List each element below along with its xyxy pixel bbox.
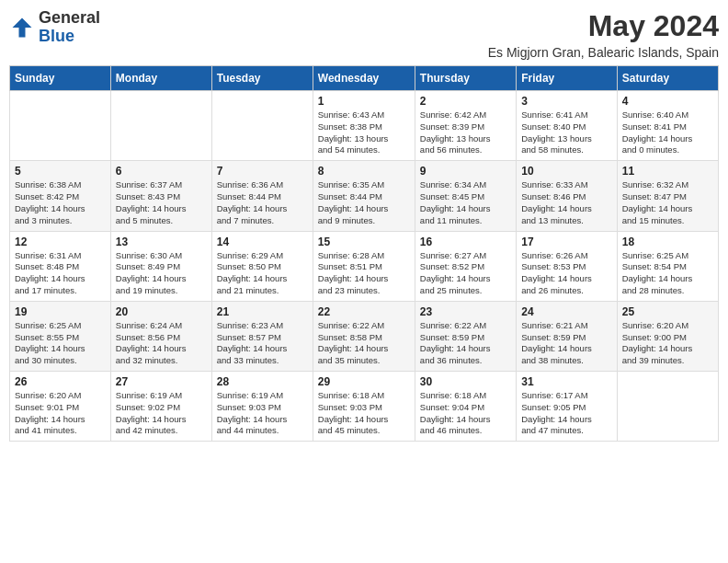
column-header-sunday: Sunday — [10, 66, 111, 91]
day-number: 16 — [420, 236, 511, 248]
day-number: 6 — [116, 165, 207, 178]
day-info: Sunrise: 6:37 AM Sunset: 8:43 PM Dayligh… — [116, 179, 207, 226]
calendar-cell: 6Sunrise: 6:37 AM Sunset: 8:43 PM Daylig… — [110, 161, 211, 231]
day-number: 24 — [521, 305, 611, 318]
calendar-cell: 24Sunrise: 6:21 AM Sunset: 8:59 PM Dayli… — [517, 301, 617, 371]
day-number: 12 — [15, 236, 106, 248]
day-info: Sunrise: 6:25 AM Sunset: 8:54 PM Dayligh… — [622, 250, 713, 297]
week-row-5: 26Sunrise: 6:20 AM Sunset: 9:01 PM Dayli… — [10, 372, 719, 442]
calendar-cell: 13Sunrise: 6:30 AM Sunset: 8:49 PM Dayli… — [110, 231, 211, 301]
calendar-cell: 9Sunrise: 6:34 AM Sunset: 8:45 PM Daylig… — [415, 161, 516, 231]
day-info: Sunrise: 6:22 AM Sunset: 8:59 PM Dayligh… — [420, 320, 511, 367]
logo: General Blue — [9, 9, 100, 46]
logo-general: General — [39, 9, 100, 28]
column-header-friday: Friday — [517, 66, 617, 91]
calendar-cell: 27Sunrise: 6:19 AM Sunset: 9:02 PM Dayli… — [110, 372, 211, 442]
day-number: 13 — [116, 236, 207, 248]
day-number: 27 — [116, 375, 207, 388]
day-info: Sunrise: 6:18 AM Sunset: 9:04 PM Dayligh… — [420, 390, 511, 437]
calendar-cell: 10Sunrise: 6:33 AM Sunset: 8:46 PM Dayli… — [517, 161, 617, 231]
day-number: 5 — [15, 165, 106, 178]
page-header: General Blue May 2024 Es Migjorn Gran, B… — [9, 9, 719, 60]
day-info: Sunrise: 6:28 AM Sunset: 8:51 PM Dayligh… — [318, 250, 410, 297]
day-info: Sunrise: 6:21 AM Sunset: 8:59 PM Dayligh… — [521, 320, 611, 367]
day-info: Sunrise: 6:20 AM Sunset: 9:00 PM Dayligh… — [622, 320, 713, 367]
calendar-cell: 8Sunrise: 6:35 AM Sunset: 8:44 PM Daylig… — [313, 161, 415, 231]
svg-marker-0 — [13, 17, 32, 37]
day-number: 28 — [217, 375, 308, 388]
week-row-2: 5Sunrise: 6:38 AM Sunset: 8:42 PM Daylig… — [10, 161, 719, 231]
location-title: Es Migjorn Gran, Balearic Islands, Spain — [488, 45, 719, 60]
day-number: 4 — [622, 95, 713, 108]
day-number: 22 — [318, 305, 410, 318]
day-info: Sunrise: 6:25 AM Sunset: 8:55 PM Dayligh… — [15, 320, 106, 367]
column-header-tuesday: Tuesday — [211, 66, 313, 91]
column-header-saturday: Saturday — [617, 66, 718, 91]
day-info: Sunrise: 6:36 AM Sunset: 8:44 PM Dayligh… — [217, 179, 308, 226]
day-number: 18 — [622, 236, 713, 248]
calendar-cell: 19Sunrise: 6:25 AM Sunset: 8:55 PM Dayli… — [10, 301, 111, 371]
calendar-cell — [110, 91, 211, 161]
week-row-3: 12Sunrise: 6:31 AM Sunset: 8:48 PM Dayli… — [10, 231, 719, 301]
calendar-cell: 14Sunrise: 6:29 AM Sunset: 8:50 PM Dayli… — [211, 231, 313, 301]
calendar-cell — [10, 91, 111, 161]
calendar-cell: 28Sunrise: 6:19 AM Sunset: 9:03 PM Dayli… — [211, 372, 313, 442]
day-info: Sunrise: 6:42 AM Sunset: 8:39 PM Dayligh… — [420, 109, 511, 156]
calendar-cell: 3Sunrise: 6:41 AM Sunset: 8:40 PM Daylig… — [517, 91, 617, 161]
day-info: Sunrise: 6:34 AM Sunset: 8:45 PM Dayligh… — [420, 179, 511, 226]
day-info: Sunrise: 6:31 AM Sunset: 8:48 PM Dayligh… — [15, 250, 106, 297]
calendar-cell: 22Sunrise: 6:22 AM Sunset: 8:58 PM Dayli… — [313, 301, 415, 371]
day-info: Sunrise: 6:26 AM Sunset: 8:53 PM Dayligh… — [521, 250, 611, 297]
day-number: 8 — [318, 165, 410, 178]
day-info: Sunrise: 6:18 AM Sunset: 9:03 PM Dayligh… — [318, 390, 410, 437]
logo-blue: Blue — [39, 28, 100, 46]
day-info: Sunrise: 6:32 AM Sunset: 8:47 PM Dayligh… — [622, 179, 713, 226]
day-number: 29 — [318, 375, 410, 388]
calendar-cell: 31Sunrise: 6:17 AM Sunset: 9:05 PM Dayli… — [517, 372, 617, 442]
calendar-cell: 16Sunrise: 6:27 AM Sunset: 8:52 PM Dayli… — [415, 231, 516, 301]
day-number: 25 — [622, 305, 713, 318]
day-info: Sunrise: 6:27 AM Sunset: 8:52 PM Dayligh… — [420, 250, 511, 297]
calendar-cell: 20Sunrise: 6:24 AM Sunset: 8:56 PM Dayli… — [110, 301, 211, 371]
calendar-cell: 4Sunrise: 6:40 AM Sunset: 8:41 PM Daylig… — [617, 91, 718, 161]
day-number: 30 — [420, 375, 511, 388]
calendar-cell — [211, 91, 313, 161]
day-number: 15 — [318, 236, 410, 248]
day-info: Sunrise: 6:40 AM Sunset: 8:41 PM Dayligh… — [622, 109, 713, 156]
day-number: 14 — [217, 236, 308, 248]
column-header-monday: Monday — [110, 66, 211, 91]
day-number: 3 — [521, 95, 611, 108]
day-number: 26 — [15, 375, 106, 388]
calendar-cell: 18Sunrise: 6:25 AM Sunset: 8:54 PM Dayli… — [617, 231, 718, 301]
day-info: Sunrise: 6:19 AM Sunset: 9:03 PM Dayligh… — [217, 390, 308, 437]
day-info: Sunrise: 6:20 AM Sunset: 9:01 PM Dayligh… — [15, 390, 106, 437]
calendar-cell: 5Sunrise: 6:38 AM Sunset: 8:42 PM Daylig… — [10, 161, 111, 231]
logo-text: General Blue — [39, 9, 100, 46]
column-header-wednesday: Wednesday — [313, 66, 415, 91]
day-number: 31 — [521, 375, 611, 388]
day-number: 7 — [217, 165, 308, 178]
calendar-cell: 26Sunrise: 6:20 AM Sunset: 9:01 PM Dayli… — [10, 372, 111, 442]
day-info: Sunrise: 6:23 AM Sunset: 8:57 PM Dayligh… — [217, 320, 308, 367]
calendar-cell: 11Sunrise: 6:32 AM Sunset: 8:47 PM Dayli… — [617, 161, 718, 231]
day-info: Sunrise: 6:24 AM Sunset: 8:56 PM Dayligh… — [116, 320, 207, 367]
day-info: Sunrise: 6:41 AM Sunset: 8:40 PM Dayligh… — [521, 109, 611, 156]
calendar-cell: 2Sunrise: 6:42 AM Sunset: 8:39 PM Daylig… — [415, 91, 516, 161]
day-info: Sunrise: 6:43 AM Sunset: 8:38 PM Dayligh… — [318, 109, 410, 156]
day-number: 17 — [521, 236, 611, 248]
calendar-cell: 1Sunrise: 6:43 AM Sunset: 8:38 PM Daylig… — [313, 91, 415, 161]
day-number: 20 — [116, 305, 207, 318]
day-number: 19 — [15, 305, 106, 318]
day-number: 11 — [622, 165, 713, 178]
calendar-cell: 21Sunrise: 6:23 AM Sunset: 8:57 PM Dayli… — [211, 301, 313, 371]
day-number: 9 — [420, 165, 511, 178]
day-number: 2 — [420, 95, 511, 108]
month-title: May 2024 — [488, 9, 719, 43]
calendar-cell: 30Sunrise: 6:18 AM Sunset: 9:04 PM Dayli… — [415, 372, 516, 442]
calendar-cell: 25Sunrise: 6:20 AM Sunset: 9:00 PM Dayli… — [617, 301, 718, 371]
column-header-thursday: Thursday — [415, 66, 516, 91]
calendar-cell: 17Sunrise: 6:26 AM Sunset: 8:53 PM Dayli… — [517, 231, 617, 301]
week-row-4: 19Sunrise: 6:25 AM Sunset: 8:55 PM Dayli… — [10, 301, 719, 371]
day-info: Sunrise: 6:29 AM Sunset: 8:50 PM Dayligh… — [217, 250, 308, 297]
calendar-cell: 23Sunrise: 6:22 AM Sunset: 8:59 PM Dayli… — [415, 301, 516, 371]
